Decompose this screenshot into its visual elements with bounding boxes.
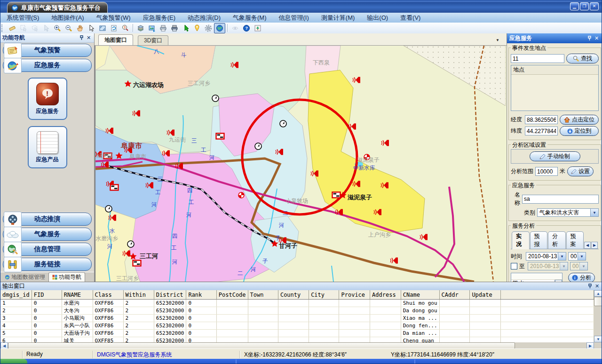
output-table-container[interactable]: dmgis_idFIDRNAMEClassWithinDistrictRankP…: [0, 290, 594, 342]
column-header[interactable]: Within: [123, 290, 154, 300]
location-search-input[interactable]: [511, 54, 564, 63]
column-header[interactable]: County: [278, 290, 309, 300]
scrollbar-thumb[interactable]: [8, 342, 515, 349]
green-pointer-icon[interactable]: [180, 23, 191, 33]
table-row[interactable]: 60城关OXFF8526523020000Cheng guan: [0, 337, 594, 343]
identify-icon[interactable]: ?: [119, 23, 131, 33]
column-header[interactable]: Town: [248, 290, 278, 300]
layers-icon[interactable]: [135, 23, 146, 33]
close-icon[interactable]: ✕: [593, 35, 600, 41]
menu-item[interactable]: 输出(O): [361, 14, 394, 22]
pin-icon[interactable]: [78, 35, 85, 41]
goto-location-button[interactable]: 定位到: [560, 126, 599, 136]
nav-section-dynamic-deduction[interactable]: 动态推演: [3, 213, 92, 226]
full-extent-icon[interactable]: [97, 23, 108, 33]
analysis-tab-1[interactable]: 实况: [512, 231, 530, 249]
column-header[interactable]: Rank: [186, 290, 216, 300]
scrollbar-thumb[interactable]: [594, 297, 602, 306]
scroll-left-icon[interactable]: ◀: [0, 342, 8, 349]
analysis-tab-3[interactable]: 分析: [548, 231, 566, 249]
vertical-scrollbar[interactable]: ▲ ▼: [594, 290, 602, 342]
table-row[interactable]: 20大冬沟OXFF8626523020000Da dong gou: [0, 307, 594, 315]
nav-section-weather-warning[interactable]: 气象预警: [3, 44, 92, 57]
find-button[interactable]: 查找: [566, 54, 599, 63]
menu-item[interactable]: 查看(V): [394, 14, 427, 22]
table-row[interactable]: 30小马厩沟OXFF8626523020000Xiao ma ...: [0, 315, 594, 322]
minimize-button[interactable]: ▁: [570, 2, 579, 10]
pin-icon[interactable]: [586, 35, 593, 41]
click-locate-button[interactable]: 点击定位: [560, 115, 599, 125]
menu-item[interactable]: 气象服务(M): [227, 14, 273, 22]
column-header[interactable]: CName: [401, 290, 439, 300]
emergency-service-button[interactable]: ! 应急服务: [28, 78, 67, 120]
refresh-icon[interactable]: [108, 23, 119, 33]
column-header[interactable]: Class: [93, 290, 123, 300]
tab-function-nav[interactable]: 功能导航: [48, 272, 85, 282]
latitude-input[interactable]: [525, 127, 558, 135]
column-header[interactable]: dmgis_id: [0, 290, 32, 300]
set-range-button[interactable]: 设置: [567, 166, 594, 176]
menu-item[interactable]: 气象预警(W): [90, 14, 137, 22]
menu-item[interactable]: 信息管理(I): [273, 14, 315, 22]
column-header[interactable]: PostCode: [216, 290, 248, 300]
nav-section-emergency-service[interactable]: 应急服务: [3, 59, 92, 72]
eye-icon[interactable]: [230, 23, 241, 33]
service-name-input[interactable]: [522, 195, 599, 204]
column-header[interactable]: Address: [370, 290, 401, 300]
tab-map-data-management[interactable]: 地图数据管理: [1, 273, 48, 282]
scene-icon[interactable]: [252, 23, 263, 33]
select-poly-icon[interactable]: [29, 23, 40, 33]
nav-section-info-management[interactable]: 信息管理: [3, 243, 92, 256]
start-date-select[interactable]: 2010-08-13▼: [526, 252, 566, 261]
scroll-up-icon[interactable]: ▲: [594, 290, 602, 297]
column-header[interactable]: RNAME: [62, 290, 93, 300]
menu-item[interactable]: 应急服务(E): [137, 14, 182, 22]
measure-icon[interactable]: [7, 23, 18, 33]
table-row[interactable]: 10水磨沟OXFF8626523020000Shui mo gou: [0, 300, 594, 307]
restore-button[interactable]: ❐: [580, 2, 589, 10]
zoom-out-icon[interactable]: [63, 23, 74, 33]
tab-3d-window[interactable]: 3D窗口: [138, 35, 168, 45]
scroll-right-icon[interactable]: ▶: [586, 342, 594, 349]
analysis-tab-2[interactable]: 预报: [530, 231, 548, 249]
manual-draw-button[interactable]: 手动绘制: [530, 151, 580, 161]
os-taskbar[interactable]: [0, 359, 602, 364]
emergency-product-button[interactable]: 应急产品: [28, 126, 67, 168]
map-canvas[interactable]: 六运湖农场三工河乡下西泉九运街阜康市城关镇阜康市滋泥泉子中新水库小泉牧场滋泥泉子…: [95, 46, 507, 282]
start-button[interactable]: [0, 359, 27, 364]
nav-section-weather-service[interactable]: 气象服务: [3, 228, 92, 241]
globe-icon[interactable]: [214, 23, 225, 33]
settings-icon[interactable]: [203, 23, 214, 33]
menu-item[interactable]: 测量计算(M): [315, 14, 361, 22]
print-icon[interactable]: [158, 23, 169, 33]
location-result-list[interactable]: 地点: [511, 65, 599, 111]
column-header[interactable]: Update: [470, 290, 500, 300]
analyze-button[interactable]: i 分析: [568, 273, 595, 282]
nav-section-service-links[interactable]: 服务链接: [3, 258, 92, 271]
horizontal-scrollbar[interactable]: ◀ ▶: [0, 342, 594, 349]
placemark-icon[interactable]: [191, 23, 203, 33]
column-header[interactable]: FID: [32, 290, 62, 300]
close-icon[interactable]: ✕: [85, 35, 92, 41]
tab-map-window[interactable]: 地图窗口: [98, 34, 133, 45]
column-header[interactable]: City: [309, 290, 339, 300]
close-icon[interactable]: ✕: [594, 283, 601, 289]
start-hour-select[interactable]: 00▼: [568, 252, 586, 261]
menu-item[interactable]: 地图操作(A): [45, 14, 90, 22]
tab-scroll-left-icon[interactable]: ◀: [584, 242, 591, 249]
select-rect-icon[interactable]: [18, 23, 29, 33]
deselect-icon[interactable]: [40, 23, 52, 33]
toolbar-grip[interactable]: [1, 24, 5, 32]
service-type-select[interactable]: 气象和洪水灾害▼: [537, 208, 599, 217]
pan-icon[interactable]: [74, 23, 86, 33]
help-icon[interactable]: ?: [241, 23, 252, 33]
range-input[interactable]: [535, 167, 558, 176]
chevron-down-icon[interactable]: ▼: [493, 36, 502, 44]
analysis-tab-4[interactable]: 预案: [566, 231, 584, 249]
scroll-down-icon[interactable]: ▼: [594, 336, 602, 342]
pointer-icon[interactable]: [86, 23, 97, 33]
export-image-icon[interactable]: [146, 23, 158, 33]
table-row[interactable]: 50大面场子沟OXFF8626523020000Da mian ...: [0, 330, 594, 337]
column-header[interactable]: Provice: [339, 290, 370, 300]
factor-list[interactable]: 降水空气温度 ▲: [511, 273, 562, 282]
